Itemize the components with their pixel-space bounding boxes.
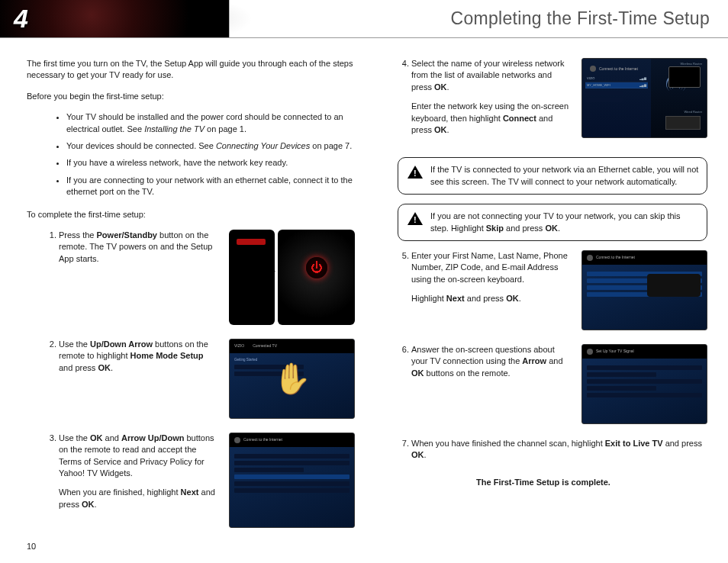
logo-dot-icon [587,255,593,261]
steps-left: Press the Power/Standby button on the re… [59,230,355,528]
right-column: Select the name of your wireless network… [379,58,707,542]
terms-screenshot: Connect to the Internet [229,433,355,528]
before-intro: Before you begin the first-time setup: [27,91,355,102]
tv-icon [668,66,701,88]
keyboard-remote-icon [647,274,701,297]
to-complete: To complete the first-time setup: [27,209,355,220]
router-icon [665,116,701,130]
list-item: Your devices should be connected. See Co… [66,140,355,152]
list-item: If you have a wireless network, have the… [66,157,355,169]
header-title-area: Completing the First-Time Setup [229,0,728,37]
ethernet-note: If the TV is connected to your network v… [398,157,707,195]
steps-right-2: Enter your First Name, Last Name, Phone … [411,250,707,462]
getting-started-screenshot: VIZIO Connected TV Getting Started ✋ [229,339,355,419]
network-screenshot: Connect to the Internet VIZIO▂▄▆ MY_HOME… [581,58,707,138]
tv-signal-screenshot: Set Up Your TV Signal [581,344,707,424]
header-banner: 4 [0,0,229,37]
step-1: Press the Power/Standby button on the re… [59,230,355,325]
list-item: Your TV should be installed and the powe… [66,111,355,135]
remote-hand-icon: ✋ [273,357,311,400]
step-3: Use the OK and Arrow Up/Down buttons on … [59,433,355,528]
left-column: The first time you turn on the TV, the S… [27,58,355,542]
warning-icon [407,212,423,225]
logo-dot-icon [234,437,240,443]
step-4: Select the name of your wireless network… [411,58,707,143]
power-icon [306,257,327,278]
intro-text: The first time you turn on the TV, the S… [27,58,355,82]
complete-message: The First-Time Setup is complete. [379,477,707,488]
list-item: If you are connecting to your network wi… [66,175,355,198]
page-header: 4 Completing the First-Time Setup [0,0,728,38]
chapter-title: Completing the First-Time Setup [450,6,710,31]
steps-right: Select the name of your wireless network… [411,58,707,143]
page-body: The first time you turn on the TV, the S… [0,38,728,551]
register-screenshot: Connect to the Internet [581,250,707,330]
logo-dot-icon [590,66,596,72]
prereq-list: Your TV should be installed and the powe… [66,111,355,198]
step-7: When you have finished the channel scan,… [411,438,707,462]
step-2: Use the Up/Down Arrow buttons on the rem… [59,339,355,419]
skip-note: If you are not connecting your TV to you… [398,204,707,241]
warning-icon [407,166,423,179]
chapter-number: 4 [14,1,28,37]
page-number: 10 [27,541,36,552]
step-5: Enter your First Name, Last Name, Phone … [411,250,707,330]
logo-dot-icon [587,349,593,355]
arrow-left-icon: ← [264,262,278,281]
remote-power-image: ← [229,230,355,325]
step-6: Answer the on-screen questions about you… [411,344,707,424]
